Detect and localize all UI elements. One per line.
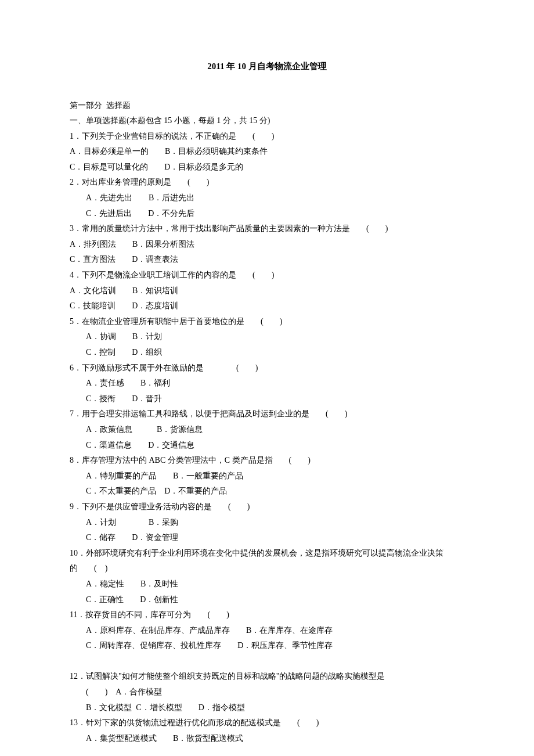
q10-opts-1: A．稳定性 B．及时性 [70, 577, 464, 592]
q7-stem: 7．用于合理安排运输工具和路线，以便于把商品及时运到企业的是 ( ) [70, 406, 464, 422]
q9-opts-1: A．计划 B．采购 [70, 515, 464, 531]
q1-stem: 1．下列关于企业营销目标的说法，不正确的是 ( ) [70, 129, 464, 145]
q1-opts-1: A．目标必须是单一的 B．目标必须明确其约束条件 [70, 144, 464, 160]
q6-opts-1: A．责任感 B．福利 [70, 376, 464, 391]
spacer [70, 654, 464, 669]
q13-stem: 13．针对下家的供货物流过程进行优化而形成的配送模式是 ( ) [70, 715, 464, 731]
q9-stem: 9．下列不是供应管理业务活动内容的是 ( ) [70, 499, 464, 515]
q5-stem: 5．在物流企业管理所有职能中居于首要地位的是 ( ) [70, 314, 464, 330]
q10-stem-1: 10．外部环境研究有利于企业利用环境在变化中提供的发展机会，这是指环境研究可以提… [70, 546, 464, 561]
q4-opts-1: A．文化培训 B．知识培训 [70, 283, 464, 299]
q11-stem: 11．按存货目的不同，库存可分为 ( ) [70, 607, 464, 623]
q4-stem: 4．下列不是物流企业职工培训工作的内容的是 ( ) [70, 268, 464, 283]
q2-opts-2: C．先进后出 D．不分先后 [70, 206, 464, 222]
q6-opts-2: C．授衔 D．晋升 [70, 391, 464, 407]
q6-stem: 6．下列激励形式不属于外在激励的是 ( ) [70, 361, 464, 376]
q12-opts-1: ( ) A．合作模型 [70, 685, 464, 700]
q3-opts-1: A．排列图法 B．因果分析图法 [70, 237, 464, 253]
q2-stem: 2．对出库业务管理的原则是 ( ) [70, 175, 464, 190]
q12-stem: 12．试图解决"如何才能使整个组织支持既定的目标和战略"的战略问题的战略实施模型… [70, 669, 464, 685]
q11-opts-2: C．周转库存、促销库存、投机性库存 D．积压库存、季节性库存 [70, 638, 464, 654]
q4-opts-2: C．技能培训 D．态度培训 [70, 298, 464, 314]
q13-opts-1: A．集货型配送模式 B．散货型配送模式 [70, 731, 464, 747]
section1-header: 一、单项选择题(本题包含 15 小题，每题 1 分，共 15 分) [70, 113, 464, 129]
q7-opts-2: C．渠道信息 D．交通信息 [70, 438, 464, 453]
q12-opts-2: B．文化模型 C．增长模型 D．指令模型 [70, 700, 464, 716]
q7-opts-1: A．政策信息 B．货源信息 [70, 422, 464, 438]
q5-opts-2: C．控制 D．组织 [70, 345, 464, 361]
q9-opts-2: C．储存 D．资金管理 [70, 530, 464, 546]
q8-stem: 8．库存管理方法中的 ABC 分类管理法中，C 类产品是指 ( ) [70, 453, 464, 469]
part-header: 第一部分 选择题 [70, 98, 464, 114]
q1-opts-2: C．目标是可以量化的 D．目标必须是多元的 [70, 160, 464, 175]
q5-opts-1: A．协调 B．计划 [70, 329, 464, 345]
q3-stem: 3．常用的质量统计方法中，常用于找出影响产品质量的主要因素的一种方法是 ( ) [70, 221, 464, 237]
page-title: 2011 年 10 月自考物流企业管理 [70, 58, 464, 75]
q11-opts-1: A．原料库存、在制品库存、产成品库存 B．在库库存、在途库存 [70, 623, 464, 639]
q10-stem-2: 的 ( ) [70, 561, 464, 577]
q8-opts-1: A．特别重要的产品 B．一般重要的产品 [70, 469, 464, 484]
q8-opts-2: C．不太重要的产品 D．不重要的产品 [70, 484, 464, 499]
q3-opts-2: C．直方图法 D．调查表法 [70, 252, 464, 268]
q2-opts-1: A．先进先出 B．后进先出 [70, 190, 464, 206]
q10-opts-2: C．正确性 D．创新性 [70, 592, 464, 608]
